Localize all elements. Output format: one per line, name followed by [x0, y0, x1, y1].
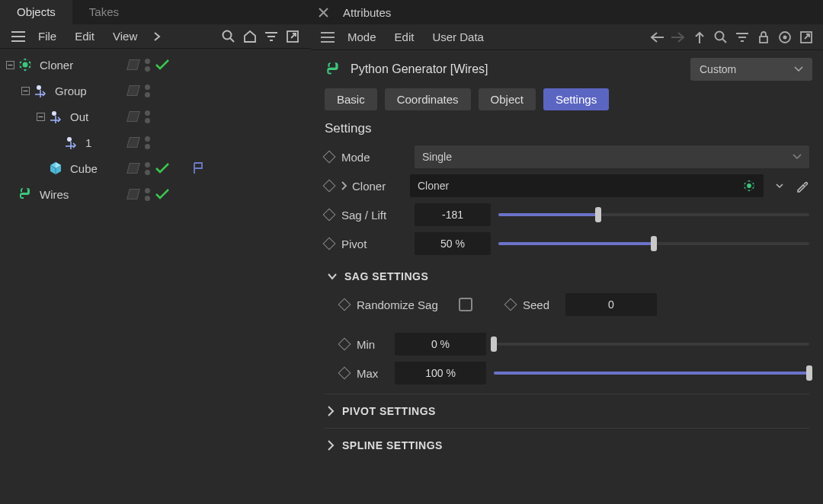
chevron-right-icon[interactable]	[146, 24, 168, 49]
layer-slot[interactable]	[126, 59, 140, 70]
tab-takes[interactable]: Takes	[72, 0, 136, 24]
group-label: SPLINE SETTINGS	[342, 439, 443, 451]
tab-object[interactable]: Object	[479, 88, 536, 110]
object-title: Python Generator [Wires]	[351, 62, 681, 76]
sag-slider[interactable]	[498, 203, 809, 226]
layer-slot[interactable]	[126, 111, 140, 122]
objects-panel: Objects Takes File Edit View	[0, 0, 311, 504]
tab-settings[interactable]: Settings	[543, 88, 609, 110]
flag-icon[interactable]	[193, 162, 205, 174]
svg-point-7	[29, 66, 31, 69]
keyframe-diamond-icon[interactable]	[323, 209, 336, 222]
attribute-tabs: Basic Coordinates Object Settings	[311, 88, 823, 118]
expand-minus-icon[interactable]	[20, 85, 30, 96]
svg-point-16	[22, 190, 24, 191]
attr-cloner: Cloner Cloner	[311, 171, 823, 200]
search-icon[interactable]	[218, 24, 239, 49]
attr-label: Sag / Lift	[341, 209, 407, 222]
hamburger-icon[interactable]	[8, 24, 29, 49]
up-icon[interactable]	[689, 25, 710, 49]
target-icon[interactable]	[774, 25, 796, 49]
check-icon[interactable]	[155, 188, 170, 200]
layer-slot[interactable]	[126, 163, 140, 174]
attr-label: Mode	[341, 151, 407, 164]
mode-dropdown[interactable]: Single	[415, 145, 809, 168]
min-slider[interactable]	[494, 333, 809, 356]
layer-slot[interactable]	[126, 137, 140, 148]
menu-userdata[interactable]: User Data	[423, 24, 493, 50]
back-icon[interactable]	[646, 25, 668, 49]
panel-title: Attributes	[343, 6, 391, 19]
max-slider[interactable]	[494, 362, 809, 384]
tree-row-wires[interactable]: Wires	[0, 181, 311, 207]
tree-label: Cloner	[40, 59, 311, 72]
svg-point-17	[716, 31, 724, 40]
cloner-link-field[interactable]: Cloner	[410, 174, 764, 197]
expand-minus-icon[interactable]	[5, 59, 15, 70]
keyframe-diamond-icon[interactable]	[338, 298, 351, 311]
home-icon[interactable]	[239, 24, 261, 49]
max-value[interactable]: 100 %	[395, 362, 486, 384]
pivot-slider[interactable]	[498, 232, 809, 255]
group-sag-settings[interactable]: SAG SETTINGS	[311, 258, 823, 290]
null-icon	[47, 108, 64, 125]
group-label: PIVOT SETTINGS	[342, 405, 436, 417]
tree-row-group[interactable]: Group	[0, 78, 311, 104]
popout-icon[interactable]	[282, 24, 303, 49]
tab-basic[interactable]: Basic	[325, 88, 377, 110]
keyframe-diamond-icon[interactable]	[323, 180, 336, 193]
svg-point-30	[745, 183, 746, 184]
svg-point-5	[24, 59, 27, 61]
keyframe-diamond-icon[interactable]	[338, 367, 351, 380]
search-icon[interactable]	[710, 25, 732, 49]
layer-slot[interactable]	[126, 85, 140, 96]
randomize-checkbox[interactable]	[459, 298, 472, 311]
attr-min: Min 0 %	[311, 330, 823, 359]
menu-mode[interactable]: Mode	[338, 24, 386, 50]
tree-row-1[interactable]: 1	[0, 129, 311, 155]
forward-icon[interactable]	[668, 25, 689, 49]
menu-edit[interactable]: Edit	[66, 24, 104, 49]
keyframe-diamond-icon[interactable]	[323, 238, 336, 250]
menu-view[interactable]: View	[104, 24, 146, 49]
layer-slot[interactable]	[126, 189, 140, 199]
lock-icon[interactable]	[753, 25, 774, 49]
tree-row-cube[interactable]: Cube	[0, 155, 311, 181]
filter-icon[interactable]	[732, 25, 753, 49]
svg-point-15	[67, 137, 72, 142]
tree-label: Wires	[40, 188, 311, 201]
close-icon[interactable]	[319, 8, 332, 18]
eyedropper-icon[interactable]	[796, 179, 809, 193]
group-spline-settings[interactable]: SPLINE SETTINGS	[311, 429, 823, 462]
check-icon[interactable]	[155, 59, 170, 71]
left-tabs: Objects Takes	[0, 0, 311, 24]
hamburger-icon[interactable]	[317, 25, 338, 49]
preset-dropdown[interactable]: Custom	[690, 58, 812, 81]
keyframe-diamond-icon[interactable]	[323, 151, 336, 164]
objects-menubar: File Edit View	[0, 24, 311, 49]
object-header: Python Generator [Wires] Custom	[311, 50, 823, 88]
min-value[interactable]: 0 %	[395, 333, 486, 356]
tree-row-out[interactable]: Out	[0, 104, 311, 129]
popout-icon[interactable]	[796, 25, 817, 49]
attr-max: Max 100 %	[311, 359, 823, 388]
svg-point-26	[752, 183, 754, 184]
keyframe-diamond-icon[interactable]	[504, 298, 517, 311]
keyframe-diamond-icon[interactable]	[338, 338, 351, 351]
menu-edit[interactable]: Edit	[386, 24, 424, 50]
sag-value[interactable]: -181	[415, 203, 491, 226]
seed-value[interactable]: 0	[565, 293, 657, 316]
menu-file[interactable]: File	[29, 24, 66, 49]
pivot-value[interactable]: 50 %	[415, 232, 491, 255]
tab-coordinates[interactable]: Coordinates	[385, 88, 471, 110]
chevron-down-icon[interactable]	[776, 183, 783, 189]
expand-minus-icon[interactable]	[35, 111, 46, 122]
tree-row-cloner[interactable]: Cloner	[0, 52, 311, 78]
tab-objects[interactable]: Objects	[0, 0, 72, 24]
check-icon[interactable]	[155, 162, 170, 174]
attributes-header: Attributes	[311, 0, 823, 24]
chevron-right-icon[interactable]	[341, 181, 347, 190]
group-pivot-settings[interactable]: PIVOT SETTINGS	[311, 394, 823, 428]
attr-label: Randomize Sag	[357, 298, 451, 311]
filter-icon[interactable]	[261, 24, 282, 49]
